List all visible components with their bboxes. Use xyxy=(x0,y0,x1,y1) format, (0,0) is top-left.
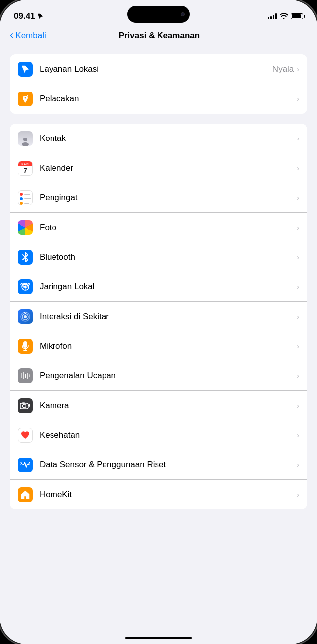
dynamic-island xyxy=(127,6,190,23)
mikrofon-chevron: › xyxy=(297,342,299,350)
kesehatan-chevron: › xyxy=(297,431,299,439)
page-title: Privasi & Keamanan xyxy=(46,31,272,41)
wifi-icon xyxy=(280,13,288,19)
speech-chevron: › xyxy=(297,372,299,380)
sensor-chevron: › xyxy=(297,461,299,469)
svg-rect-14 xyxy=(29,374,30,377)
kontak-icon xyxy=(18,131,33,146)
list-item[interactable]: SEN 7 Kalender › xyxy=(10,153,307,183)
signal-bars-icon xyxy=(268,13,277,19)
foto-chevron: › xyxy=(297,224,299,231)
svg-point-1 xyxy=(22,142,29,146)
svg-rect-12 xyxy=(25,374,26,378)
battery-icon xyxy=(291,13,303,19)
layanan-lokasi-chevron: › xyxy=(297,65,299,73)
list-item[interactable]: Mikrofon › xyxy=(10,331,307,361)
back-label[interactable]: Kembali xyxy=(15,31,46,41)
kontak-chevron: › xyxy=(297,135,299,142)
home-indicator xyxy=(125,637,192,639)
back-button[interactable]: ‹ Kembali xyxy=(10,31,46,41)
svg-rect-10 xyxy=(21,373,22,378)
list-item[interactable]: Foto › xyxy=(10,213,307,242)
interaksi-label: Interaksi di Sekitar xyxy=(40,312,297,322)
jaringan-lokal-icon xyxy=(18,279,33,294)
kontak-label: Kontak xyxy=(40,134,297,143)
kesehatan-icon xyxy=(18,428,33,443)
kesehatan-label: Kesehatan xyxy=(40,430,297,440)
svg-rect-13 xyxy=(27,373,28,379)
list-item[interactable]: HomeKit › xyxy=(10,480,307,509)
location-status-icon xyxy=(37,13,43,19)
kamera-label: Kamera xyxy=(40,401,297,411)
sensor-label: Data Sensor & Penggunaan Riset xyxy=(40,460,297,470)
jaringan-lokal-label: Jaringan Lokal xyxy=(40,282,297,292)
status-icons xyxy=(268,13,303,19)
speech-label: Pengenalan Ucapan xyxy=(40,371,297,381)
dynamic-island-camera-dot xyxy=(181,12,185,16)
list-item[interactable]: Jaringan Lokal › xyxy=(10,272,307,302)
pengingat-label: Pengingat xyxy=(40,193,297,203)
bluetooth-icon xyxy=(18,250,33,265)
kamera-chevron: › xyxy=(297,402,299,410)
back-chevron-icon: ‹ xyxy=(10,30,13,41)
list-item[interactable]: Layanan Lokasi Nyala › xyxy=(10,54,307,84)
svg-rect-11 xyxy=(23,372,24,379)
pelacakan-icon xyxy=(18,92,33,106)
foto-label: Foto xyxy=(40,223,297,232)
list-item[interactable]: Pengenalan Ucapan › xyxy=(10,361,307,391)
battery-fill xyxy=(292,14,301,18)
interaksi-chevron: › xyxy=(297,313,299,321)
bluetooth-label: Bluetooth xyxy=(40,252,297,262)
nav-bar: ‹ Kembali Privasi & Keamanan xyxy=(0,26,317,46)
kamera-icon xyxy=(18,398,33,413)
list-item[interactable]: Kontak › xyxy=(10,124,307,153)
homekit-chevron: › xyxy=(297,491,299,499)
homekit-icon xyxy=(18,487,33,502)
mikrofon-icon xyxy=(18,339,33,354)
kalender-icon: SEN 7 xyxy=(18,161,33,176)
list-item[interactable]: Pelacakan › xyxy=(10,84,307,114)
list-item[interactable]: Pengingat › xyxy=(10,183,307,213)
section-apps: Kontak › SEN 7 Kalender › xyxy=(10,124,307,509)
sensor-icon xyxy=(18,458,33,472)
section-location: Layanan Lokasi Nyala › Pelacakan › xyxy=(10,54,307,114)
phone-frame: 09.41 xyxy=(0,0,317,644)
layanan-lokasi-value: Nyala xyxy=(272,64,294,74)
jaringan-lokal-chevron: › xyxy=(297,283,299,291)
layanan-lokasi-icon xyxy=(18,62,33,77)
pengingat-chevron: › xyxy=(297,194,299,202)
svg-point-0 xyxy=(23,138,27,141)
pengingat-icon xyxy=(18,190,33,205)
list-item[interactable]: Interaksi di Sekitar › xyxy=(10,302,307,331)
list-item[interactable]: Bluetooth › xyxy=(10,242,307,272)
status-time: 09.41 xyxy=(14,11,43,21)
interaksi-icon xyxy=(18,309,33,324)
list-item[interactable]: Kamera › xyxy=(10,391,307,420)
pelacakan-chevron: › xyxy=(297,95,299,103)
list-item[interactable]: Data Sensor & Penggunaan Riset › xyxy=(10,450,307,480)
mikrofon-label: Mikrofon xyxy=(40,341,297,351)
svg-point-4 xyxy=(24,315,27,318)
homekit-label: HomeKit xyxy=(40,490,297,500)
settings-content: Layanan Lokasi Nyala › Pelacakan › xyxy=(0,46,317,622)
bluetooth-chevron: › xyxy=(297,253,299,261)
pelacakan-label: Pelacakan xyxy=(40,94,297,104)
svg-rect-7 xyxy=(23,341,27,348)
foto-icon xyxy=(18,220,33,235)
svg-point-16 xyxy=(23,404,26,408)
svg-rect-17 xyxy=(22,402,25,404)
kalender-label: Kalender xyxy=(40,163,297,173)
status-bar: 09.41 xyxy=(0,0,317,26)
kalender-chevron: › xyxy=(297,164,299,172)
list-item[interactable]: Kesehatan › xyxy=(10,420,307,450)
layanan-lokasi-label: Layanan Lokasi xyxy=(40,64,272,74)
time-label: 09.41 xyxy=(14,11,35,21)
speech-icon xyxy=(18,368,33,383)
